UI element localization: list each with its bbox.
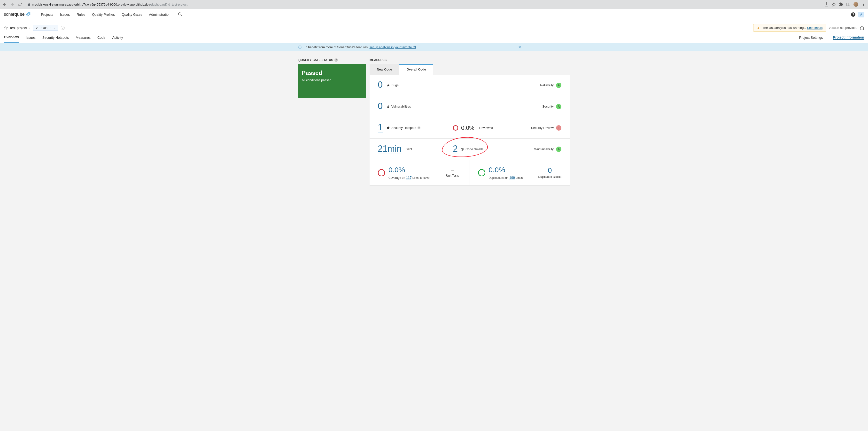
nav-rules[interactable]: Rules — [76, 12, 85, 17]
reliability-rating[interactable]: A — [556, 83, 561, 88]
project-settings-dropdown[interactable]: Project Settings⌄ — [799, 36, 826, 39]
nav-quality-profiles[interactable]: Quality Profiles — [92, 12, 115, 17]
padlock-icon — [386, 105, 390, 108]
address-bar[interactable]: maciejskorski-stunning-space-orbit-p7xwr… — [26, 2, 821, 7]
tab-security-hotspots[interactable]: Security Hotspots — [42, 32, 69, 43]
user-menu[interactable]: A — [858, 12, 864, 18]
profile-avatar[interactable] — [854, 2, 858, 7]
annotation-circle — [441, 135, 488, 158]
duplication-subtext: Duplications on 199 Lines — [489, 176, 523, 180]
duplication-pct[interactable]: 0.0% — [489, 166, 505, 174]
unit-tests-label: Unit Tests — [446, 174, 459, 177]
coverage-subtext: Coverage on 117 Lines to cover — [389, 176, 430, 180]
bookmark-star-icon[interactable] — [832, 2, 836, 6]
quality-gate-status-box: Passed All conditions passed. — [299, 64, 366, 98]
svg-point-4 — [863, 5, 864, 6]
hotspots-label: Security Hotspots — [392, 126, 416, 130]
logo-arc-icon — [25, 12, 31, 18]
version-text: Version not provided — [829, 26, 857, 30]
coverage-pct[interactable]: 0.0% — [389, 166, 405, 174]
search-button[interactable] — [178, 12, 182, 17]
debt-label: Debt — [405, 147, 412, 151]
duplication-lines-link[interactable]: 199 — [509, 176, 515, 180]
reviewed-label: Reviewed — [479, 126, 493, 130]
hotspot-donut-icon — [453, 125, 458, 131]
nav-issues[interactable]: Issues — [60, 12, 70, 17]
svg-rect-10 — [388, 106, 389, 107]
svg-point-2 — [863, 3, 864, 3]
setup-ci-link[interactable]: set up analysis in your favorite CI — [370, 45, 416, 49]
reload-button[interactable] — [18, 2, 22, 6]
bug-icon — [386, 84, 390, 87]
back-button[interactable] — [2, 2, 7, 6]
lines-to-cover-link[interactable]: 117 — [406, 176, 411, 180]
close-banner-button[interactable]: ✕ — [518, 45, 569, 50]
git-branch-icon — [35, 26, 39, 30]
duplicated-blocks-label: Duplicated Blocks — [538, 175, 561, 179]
see-details-link[interactable]: See details — [807, 26, 823, 30]
tab-overview[interactable]: Overview — [4, 32, 19, 43]
forward-button[interactable] — [10, 2, 14, 6]
unit-tests-value: – — [451, 168, 454, 173]
security-review-rating[interactable]: E — [556, 125, 561, 131]
tab-activity[interactable]: Activity — [112, 32, 123, 43]
reliability-label: Reliability — [540, 83, 554, 87]
shield-icon — [386, 126, 390, 130]
warning-triangle-icon: ▲ — [757, 26, 760, 30]
chevron-down-icon: ⌄ — [54, 26, 56, 29]
nav-projects[interactable]: Projects — [41, 12, 53, 17]
project-name[interactable]: test-project — [10, 26, 27, 30]
favorite-star-icon[interactable] — [4, 26, 8, 30]
branch-name: main — [41, 26, 48, 30]
extensions-icon[interactable] — [839, 2, 843, 6]
panel-icon[interactable] — [846, 2, 850, 6]
nav-administration[interactable]: Administration — [149, 12, 170, 17]
quality-gate-title: QUALITY GATE STATUS? — [299, 58, 366, 62]
sonarqube-logo[interactable]: sonarqube — [4, 12, 31, 18]
project-information-link[interactable]: Project Information — [833, 35, 864, 40]
kebab-menu-icon[interactable] — [861, 2, 866, 6]
measures-title: MEASURES — [370, 58, 569, 62]
chevron-down-icon: ⌄ — [825, 36, 826, 39]
help-icon[interactable]: ? — [417, 126, 421, 129]
tab-issues[interactable]: Issues — [26, 32, 35, 43]
bugs-label: Bugs — [392, 83, 399, 87]
svg-point-7 — [36, 28, 36, 29]
share-icon[interactable] — [825, 2, 829, 6]
branch-help-icon[interactable]: ? — [61, 26, 65, 30]
help-icon[interactable]: ? — [335, 58, 338, 62]
home-icon[interactable] — [860, 26, 864, 30]
nav-quality-gates[interactable]: Quality Gates — [122, 12, 142, 17]
vulnerabilities-count[interactable]: 0 — [378, 102, 383, 111]
svg-point-6 — [36, 27, 36, 27]
hotspots-count[interactable]: 1 — [378, 123, 383, 132]
security-rating[interactable]: A — [556, 104, 561, 109]
lock-icon — [27, 3, 31, 6]
check-icon: ✓ — [50, 26, 52, 30]
tab-measures[interactable]: Measures — [75, 32, 90, 43]
bugs-count[interactable]: 0 — [378, 81, 383, 90]
svg-point-8 — [37, 27, 38, 27]
hotspots-reviewed-pct: 0.0% — [461, 125, 474, 131]
maintainability-label: Maintainability — [534, 147, 554, 151]
url-host: maciejskorski-stunning-space-orbit-p7xwr… — [32, 3, 150, 6]
svg-point-5 — [179, 12, 181, 15]
debt-value[interactable]: 21min — [378, 144, 402, 154]
help-button[interactable]: ? — [851, 12, 856, 17]
security-review-label: Security Review — [531, 126, 554, 130]
tab-code[interactable]: Code — [97, 32, 105, 43]
banner-text: To benefit from more of SonarQube's feat… — [304, 45, 417, 49]
vulnerabilities-label: Vulnerabilities — [392, 105, 411, 108]
tab-new-code[interactable]: New Code — [370, 64, 399, 74]
svg-rect-0 — [847, 3, 850, 6]
branch-selector[interactable]: main ✓ ⌄ — [33, 25, 58, 31]
duplicated-blocks-count[interactable]: 0 — [548, 167, 552, 174]
duplication-donut-icon — [478, 169, 485, 176]
svg-point-3 — [863, 4, 864, 5]
security-label: Security — [542, 105, 554, 108]
coverage-donut-icon — [378, 169, 385, 176]
analysis-warning-box: ▲ The last analysis has warnings. See de… — [753, 24, 826, 32]
url-path: /dashboard?id=test-project — [150, 3, 187, 6]
maintainability-rating[interactable]: A — [556, 147, 561, 152]
tab-overall-code[interactable]: Overall Code — [399, 64, 433, 74]
